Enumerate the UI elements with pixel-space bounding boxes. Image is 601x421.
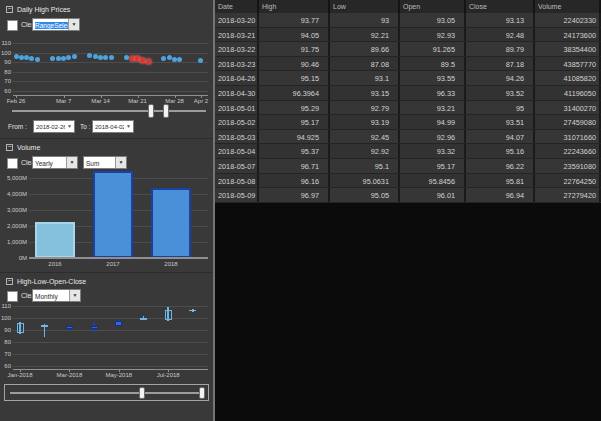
- scatter-point[interactable]: [66, 55, 71, 60]
- scatter-point[interactable]: [35, 57, 40, 62]
- candle-body[interactable]: [66, 326, 73, 329]
- volume-bar[interactable]: [151, 188, 191, 258]
- scatter-point[interactable]: [161, 56, 166, 61]
- chevron-down-icon[interactable]: ▼: [68, 19, 79, 30]
- table-cell: 95.8456: [400, 174, 466, 188]
- table-row[interactable]: 2018-05-0996.9795.0596.0196.9427279420: [215, 188, 601, 203]
- candle-body[interactable]: [165, 310, 172, 320]
- scatter-point-selected[interactable]: [146, 59, 151, 64]
- table-cell: 2018-05-07: [215, 159, 259, 173]
- date-range-slider[interactable]: [0, 104, 213, 119]
- daily-high-chart[interactable]: 11010090807060Feb 26Mar 7Mar 14Mar 21Mar…: [0, 38, 213, 104]
- x-axis-line: [29, 257, 208, 259]
- table-cell: 24173600: [535, 28, 601, 42]
- column-header-low[interactable]: Low: [330, 0, 400, 13]
- hloc-range-slider[interactable]: [4, 384, 209, 401]
- from-date-picker[interactable]: 2018-02-26 ▼: [33, 120, 75, 133]
- table-cell: 89.66: [330, 42, 400, 56]
- collapse-icon[interactable]: −: [6, 278, 13, 285]
- collapse-icon[interactable]: −: [6, 144, 13, 151]
- volume-bar[interactable]: [35, 222, 75, 258]
- table-row[interactable]: 2018-03-2093.779393.0593.1322402330: [215, 13, 601, 28]
- table-row[interactable]: 2018-03-2291.7589.6691.26589.7938354400: [215, 42, 601, 57]
- y-axis-label: 90: [0, 327, 11, 333]
- table-cell: 2018-05-08: [215, 174, 259, 188]
- slider-handle-left[interactable]: [139, 387, 145, 399]
- column-header-high[interactable]: High: [259, 0, 330, 13]
- hloc-chart[interactable]: 11010090807060Jan-2018Mar-2018May-2018Ju…: [0, 303, 213, 382]
- candle-body[interactable]: [17, 323, 24, 333]
- chevron-down-icon[interactable]: ▼: [69, 290, 80, 301]
- table-row[interactable]: 2018-04-3096.396493.1596.3393.5241196050: [215, 86, 601, 101]
- column-header-close[interactable]: Close: [466, 0, 535, 13]
- table-row[interactable]: 2018-05-0295.1793.1994.9993.5127459080: [215, 115, 601, 130]
- candle-body[interactable]: [115, 321, 122, 326]
- table-row[interactable]: 2018-04-2695.1593.193.5594.2641085820: [215, 71, 601, 86]
- table-cell: 96.22: [466, 159, 535, 173]
- scatter-point[interactable]: [103, 55, 108, 60]
- chevron-down-icon[interactable]: ▼: [65, 121, 74, 132]
- scatter-point[interactable]: [50, 56, 55, 61]
- x-axis-label: Jan-2018: [2, 372, 38, 378]
- scatter-point[interactable]: [56, 56, 61, 61]
- scatter-point[interactable]: [29, 56, 34, 61]
- table-row[interactable]: 2018-03-2390.4687.0889.587.1843857770: [215, 57, 601, 72]
- hloc-period-combo[interactable]: Monthly ▼: [32, 289, 81, 302]
- scatter-point[interactable]: [98, 55, 103, 60]
- table-row[interactable]: 2018-05-0796.7195.195.1796.2223591080: [215, 159, 601, 174]
- gridline: [13, 43, 208, 44]
- scatter-point-selected[interactable]: [135, 56, 140, 61]
- candle-body[interactable]: [41, 325, 48, 327]
- slider-handle-right[interactable]: [163, 104, 169, 118]
- x-axis-line: [13, 95, 208, 96]
- table-cell: 95.0631: [330, 174, 400, 188]
- scatter-point[interactable]: [167, 55, 172, 60]
- volume-bar[interactable]: [93, 171, 133, 258]
- table-cell: 95.17: [259, 115, 330, 129]
- scatter-point[interactable]: [109, 55, 114, 60]
- volume-chart[interactable]: 5,000M4,000M3,000M2,000M1,000M0M20162017…: [0, 166, 213, 270]
- x-axis-label: Jul-2018: [150, 372, 186, 378]
- y-axis-label: 3,000M: [0, 207, 27, 213]
- column-header-volume[interactable]: Volume: [535, 0, 601, 13]
- table-cell: 92.96: [400, 130, 466, 144]
- y-axis-label: 100: [0, 315, 11, 321]
- candle-body[interactable]: [189, 310, 196, 312]
- column-header-date[interactable]: Date: [215, 0, 259, 13]
- to-date-picker[interactable]: 2018-04-02 ▼: [92, 120, 134, 133]
- table-row[interactable]: 2018-05-0394.92592.4592.9694.0731071660: [215, 130, 601, 145]
- candle-body[interactable]: [140, 318, 147, 320]
- scatter-point[interactable]: [61, 56, 66, 61]
- scatter-point[interactable]: [19, 55, 24, 60]
- chevron-down-icon[interactable]: ▼: [124, 121, 133, 132]
- scatter-point[interactable]: [24, 55, 29, 60]
- panel-divider: [0, 272, 213, 273]
- clear-checkbox[interactable]: [7, 291, 18, 302]
- table-cell: 93.19: [330, 115, 400, 129]
- y-axis-label: 100: [0, 50, 11, 56]
- table-row[interactable]: 2018-03-2194.0592.2192.9392.4824173600: [215, 28, 601, 43]
- scatter-point[interactable]: [87, 53, 92, 58]
- slider-handle-left[interactable]: [148, 104, 154, 118]
- series-mode-combo[interactable]: RangeSelect ▼: [32, 18, 80, 31]
- candle-body[interactable]: [91, 326, 98, 329]
- gridline: [13, 330, 208, 331]
- table-row[interactable]: 2018-05-0195.2992.7993.219531400270: [215, 101, 601, 116]
- collapse-icon[interactable]: −: [6, 6, 13, 13]
- table-cell: 96.3964: [259, 86, 330, 100]
- table-row[interactable]: 2018-05-0495.3792.9293.3295.1622243660: [215, 144, 601, 159]
- scatter-point[interactable]: [72, 54, 77, 59]
- scatter-point[interactable]: [124, 55, 129, 60]
- clear-checkbox[interactable]: [7, 20, 18, 31]
- scatter-point[interactable]: [14, 54, 19, 59]
- column-header-open[interactable]: Open: [400, 0, 466, 13]
- slider-track[interactable]: [12, 110, 206, 112]
- scatter-point-selected[interactable]: [130, 56, 135, 61]
- table-cell: 93.15: [330, 86, 400, 100]
- table-cell: 92.21: [330, 28, 400, 42]
- slider-handle-right[interactable]: [199, 387, 205, 399]
- table-cell: 94.26: [466, 71, 535, 85]
- scatter-point[interactable]: [93, 54, 98, 59]
- slider-track[interactable]: [10, 392, 203, 394]
- table-row[interactable]: 2018-05-0896.1695.063195.845695.81227642…: [215, 174, 601, 189]
